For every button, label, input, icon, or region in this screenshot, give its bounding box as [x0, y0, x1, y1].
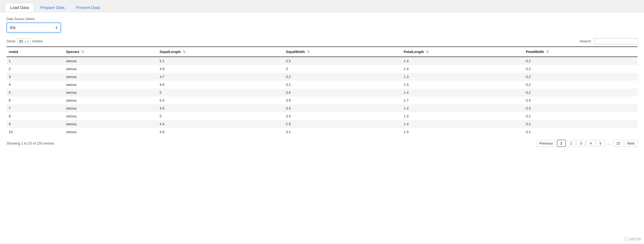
cell-petalwidth: 0.4 — [524, 96, 637, 104]
table-body: 1setosa5.13.51.40.22setosa4.931.40.23set… — [7, 57, 637, 136]
cell-sepalwidth: 3.4 — [284, 104, 402, 112]
col-header-sepallength[interactable]: SepalLength ⇅ — [157, 47, 284, 57]
col-header-petallength[interactable]: PetalLength ⇅ — [401, 47, 524, 57]
sort-icon-sepallength: ⇅ — [183, 50, 185, 54]
page-button-last[interactable]: 15 — [613, 140, 623, 147]
next-button[interactable]: Next — [624, 140, 637, 147]
cell-rowid: 7 — [7, 104, 64, 112]
col-label-sepalwidth: SepalWidth — [286, 50, 305, 54]
table-row: 8setosa53.41.50.2 — [7, 112, 637, 120]
cell-petallength: 1.4 — [401, 57, 524, 65]
cell-petalwidth: 0.1 — [524, 128, 637, 136]
cell-species: setosa — [64, 65, 157, 73]
col-header-sepalwidth[interactable]: SepalWidth ⇅ — [284, 47, 402, 57]
cell-petallength: 1.5 — [401, 112, 524, 120]
search-input[interactable] — [594, 38, 637, 44]
cell-sepalwidth: 3 — [284, 65, 402, 73]
cell-petallength: 1.5 — [401, 128, 524, 136]
cell-petalwidth: 0.2 — [524, 120, 637, 128]
cell-sepalwidth: 3.6 — [284, 89, 402, 96]
datasource-select[interactable]: Iris mtcars diamonds — [7, 23, 61, 33]
entries-label: entries — [32, 39, 43, 43]
cell-species: setosa — [64, 112, 157, 120]
col-header-petalwidth[interactable]: PetalWidth ⇅ — [524, 47, 637, 57]
cell-rowid: 5 — [7, 89, 64, 96]
datasource-label: Data Source Select — [7, 17, 637, 21]
cell-petallength: 1.7 — [401, 96, 524, 104]
table-row: 5setosa53.61.40.2 — [7, 89, 637, 96]
cell-sepallength: 4.6 — [157, 81, 284, 89]
cell-sepalwidth: 3.5 — [284, 57, 402, 65]
table-controls: Show 5 10 25 50 100 ▲▼ entries Search: — [7, 38, 637, 44]
prev-button[interactable]: Previous — [536, 140, 556, 147]
datasource-wrapper: Iris mtcars diamonds ⬍ — [7, 23, 61, 33]
table-row: 2setosa4.931.40.2 — [7, 65, 637, 73]
svg-text:⊛: ⊛ — [625, 238, 627, 240]
entries-select[interactable]: 5 10 25 50 100 — [17, 38, 31, 44]
page-button-2[interactable]: 2 — [567, 140, 575, 147]
cell-petalwidth: 0.2 — [524, 65, 637, 73]
app-container: Load Data Prepare Data Present Data Data… — [0, 0, 644, 244]
cell-rowid: 9 — [7, 120, 64, 128]
cell-species: setosa — [64, 128, 157, 136]
table-row: 7setosa4.63.41.40.3 — [7, 104, 637, 112]
cell-sepallength: 4.7 — [157, 73, 284, 81]
cell-sepallength: 4.9 — [157, 65, 284, 73]
watermark: ⊛ 创意互联 — [624, 237, 641, 241]
col-label-petalwidth: PetalWidth — [526, 50, 544, 54]
table-row: 9setosa4.42.91.40.2 — [7, 120, 637, 128]
cell-petalwidth: 0.2 — [524, 112, 637, 120]
cell-sepallength: 4.6 — [157, 104, 284, 112]
cell-petalwidth: 0.3 — [524, 104, 637, 112]
col-header-species[interactable]: Species ⇅ — [64, 47, 157, 57]
sort-icon-sepalwidth: ⇅ — [307, 50, 310, 54]
col-label-species: Species — [66, 50, 79, 54]
col-label-sepallength: SepalLength — [160, 50, 181, 54]
tabs-bar: Load Data Prepare Data Present Data — [0, 0, 644, 12]
watermark-text: 创意互联 — [629, 237, 641, 241]
page-button-3[interactable]: 3 — [577, 140, 585, 147]
cell-rowid: 6 — [7, 96, 64, 104]
cell-sepallength: 4.4 — [157, 120, 284, 128]
cell-sepallength: 5.1 — [157, 57, 284, 65]
cell-sepalwidth: 3.4 — [284, 112, 402, 120]
table-row: 4setosa4.63.11.50.2 — [7, 81, 637, 89]
page-button-4[interactable]: 4 — [586, 140, 595, 147]
cell-sepalwidth: 2.9 — [284, 120, 402, 128]
tab-present-data[interactable]: Present Data — [71, 3, 105, 12]
page-button-1[interactable]: 1 — [557, 140, 566, 147]
pagination: Previous 1 2 3 4 5 ... 15 Next — [536, 140, 637, 147]
cell-petalwidth: 0.2 — [524, 57, 637, 65]
cell-sepalwidth: 3.1 — [284, 81, 402, 89]
cell-rowid: 4 — [7, 81, 64, 89]
cell-sepallength: 5.4 — [157, 96, 284, 104]
table-row: 6setosa5.43.91.70.4 — [7, 96, 637, 104]
cell-species: setosa — [64, 96, 157, 104]
cell-species: setosa — [64, 104, 157, 112]
cell-petallength: 1.4 — [401, 65, 524, 73]
cell-petallength: 1.4 — [401, 89, 524, 96]
col-label-petallength: PetalLength — [404, 50, 424, 54]
page-button-5[interactable]: 5 — [596, 140, 605, 147]
tab-prepare-data[interactable]: Prepare Data — [35, 3, 70, 12]
showing-info: Showing 1 to 10 of 150 entries — [7, 141, 54, 145]
cell-petalwidth: 0.2 — [524, 81, 637, 89]
tab-load-data[interactable]: Load Data — [5, 3, 34, 12]
cell-sepallength: 5 — [157, 89, 284, 96]
data-table: rowid Species ⇅ SepalLength ⇅ SepalWidth… — [7, 46, 637, 136]
cell-petalwidth: 0.2 — [524, 89, 637, 96]
cell-rowid: 8 — [7, 112, 64, 120]
cell-sepallength: 5 — [157, 112, 284, 120]
col-header-rowid[interactable]: rowid — [7, 47, 64, 57]
cell-sepalwidth: 3.2 — [284, 73, 402, 81]
cell-species: setosa — [64, 120, 157, 128]
search-box: Search: — [580, 38, 637, 44]
cell-rowid: 10 — [7, 128, 64, 136]
cell-sepalwidth: 3.1 — [284, 128, 402, 136]
pagination-ellipsis: ... — [606, 140, 612, 146]
cell-petallength: 1.5 — [401, 81, 524, 89]
table-header-row: rowid Species ⇅ SepalLength ⇅ SepalWidth… — [7, 47, 637, 57]
search-label: Search: — [580, 39, 592, 43]
table-row: 3setosa4.73.21.30.2 — [7, 73, 637, 81]
show-label: Show — [7, 39, 16, 43]
